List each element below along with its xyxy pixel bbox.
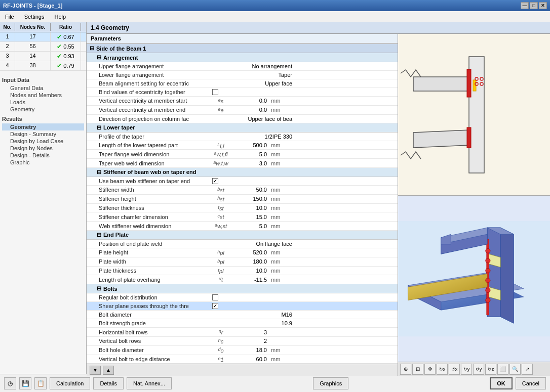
results-title: Results [2, 116, 84, 122]
row4-nodes: 38 [15, 61, 51, 70]
row1-nodes: 17 [15, 32, 51, 41]
nav-tree: Input Data General Data Nodes and Member… [0, 71, 86, 374]
section-label: Lower taper [103, 124, 135, 130]
row1-ratio: ✔ 0.67 [51, 32, 81, 41]
param-taper-web-weld: Taper web weld dimension aw,t,w 3.0 mm [87, 159, 398, 168]
table-row[interactable]: 2 56 ✔ 0.55 [0, 42, 86, 52]
param-bolt-grade: Bolt strength grade 10.9 [87, 319, 398, 328]
graphics-button[interactable]: Graphics [313, 377, 348, 389]
nav-design-summary[interactable]: Design - Summary [2, 130, 84, 138]
param-profile-taper: Profile of the taper 1/2IPE 330 [87, 133, 398, 141]
section-label: Side of the Beam 1 [96, 46, 146, 52]
table-row[interactable]: 4 38 ✔ 0.79 [0, 61, 86, 71]
toolbar-pan-icon[interactable]: ✥ [424, 364, 436, 375]
toolbar-rotate-x-icon[interactable]: ↻x [437, 364, 448, 375]
toolbar-export-icon[interactable]: ↗ [522, 364, 533, 375]
toolbar-view-icon[interactable]: ⬜ [497, 364, 508, 375]
icon-btn-3[interactable]: 📋 [34, 377, 47, 389]
collapse-icon: ⊟ [97, 285, 101, 292]
nav-prev-button[interactable]: ▼ [90, 366, 101, 375]
icon-btn-1[interactable]: ◷ [4, 377, 16, 389]
right-panel: 1.4 Geometry Parameters ⊟ Side of the Be… [87, 22, 550, 374]
svg-point-22 [486, 248, 490, 253]
param-vert-ecc-end: Vertical eccentricity at member end ee 0… [87, 106, 398, 115]
checkbox-shear-plane[interactable]: ✔ [212, 303, 218, 309]
bottom-bar: ◷ 💾 📋 Calculation Details Nat. Annex... … [0, 374, 550, 392]
toolbar-fit-icon[interactable]: ⊡ [412, 364, 423, 375]
params-label: Parameters [87, 34, 398, 43]
section-stiffener[interactable]: ⊟ Stiffener of beam web on taper end [87, 168, 398, 177]
param-bolt-diameter: Bolt diameter M16 [87, 311, 398, 319]
graphics-2d-view [398, 34, 550, 196]
collapse-icon: ⊟ [97, 169, 101, 176]
row2-nodes: 56 [15, 42, 51, 51]
toolbar-rotate-y-icon[interactable]: ↻y [461, 364, 472, 375]
nav-general-data[interactable]: General Data [2, 84, 84, 92]
col-nodes: Nodes No. [15, 23, 51, 31]
params-panel: Parameters ⊟ Side of the Beam 1 ⊟ Arrang… [87, 34, 398, 376]
collapse-icon: ⊟ [90, 45, 94, 52]
calculation-button[interactable]: Calculation [50, 377, 90, 389]
maximize-button[interactable]: □ [530, 2, 538, 9]
svg-rect-3 [467, 69, 471, 97]
toolbar-rotate-neg-y-icon[interactable]: ↺y [473, 364, 484, 375]
section-label: Stiffener of beam web on taper end [103, 169, 196, 175]
param-stiff-chamfer: Stiffener chamfer dimension cst 15.0 mm [87, 212, 398, 222]
nav-loads[interactable]: Loads [2, 99, 84, 106]
checkbox-use-stiffener[interactable]: ✔ [212, 178, 218, 184]
param-stiff-width: Stiffener width bst 50.0 mm [87, 186, 398, 195]
nav-geometry-input[interactable]: Geometry [2, 106, 84, 113]
menu-file[interactable]: File [2, 13, 17, 21]
table-row[interactable]: 1 17 ✔ 0.67 [0, 32, 86, 42]
svg-point-25 [486, 278, 490, 283]
param-bind-eccentricity: Bind values of eccentricity together [87, 88, 398, 97]
param-bolt-hole-dia: Bolt hole diameter do 18.0 mm [87, 346, 398, 355]
toolbar-rotate-neg-x-icon[interactable]: ↺x [449, 364, 460, 375]
param-plate-height: Plate height hpl 520.0 mm [87, 248, 398, 257]
param-upper-flange: Upper flange arrangement No arrangement [87, 62, 398, 71]
param-stiff-height: Stiffener height hst 150.0 mm [87, 195, 398, 204]
icon-btn-2[interactable]: 💾 [19, 377, 31, 389]
collapse-icon: ⊟ [97, 124, 101, 131]
param-vert-bolt-rows: Vertical bolt rows nc 2 [87, 337, 398, 346]
cancel-button[interactable]: Cancel [516, 377, 546, 389]
toolbar-rotate-z-icon[interactable]: ↻z [485, 364, 496, 375]
svg-rect-6 [467, 127, 471, 148]
menu-settings[interactable]: Settings [21, 13, 48, 21]
table-header: No. Nodes No. Ratio [0, 22, 86, 32]
nav-next-button[interactable]: ▲ [103, 366, 114, 375]
section-side-beam1[interactable]: ⊟ Side of the Beam 1 [87, 43, 398, 53]
col-ratio: Ratio [51, 23, 81, 31]
nat-annex-button[interactable]: Nat. Annex... [127, 377, 172, 389]
section-label: Arrangement [103, 55, 138, 61]
close-button[interactable]: ✕ [539, 2, 547, 9]
menu-help[interactable]: Help [51, 13, 69, 21]
checkbox-bind-eccentricity[interactable] [212, 89, 218, 95]
nav-geometry-results[interactable]: Geometry [2, 123, 84, 130]
table-row[interactable]: 3 14 ✔ 0.93 [0, 52, 86, 61]
collapse-icon: ⊟ [97, 232, 101, 238]
checkbox-regular-bolt[interactable] [212, 294, 218, 300]
section-end-plate[interactable]: ⊟ End Plate [87, 231, 398, 240]
nav-design-details[interactable]: Design - Details [2, 152, 84, 159]
row3-nodes: 14 [15, 52, 51, 61]
minimize-button[interactable]: — [521, 2, 529, 9]
toolbar-magnify-icon[interactable]: 🔍 [509, 364, 521, 375]
nav-graphic[interactable]: Graphic [2, 159, 84, 166]
row1-no: 1 [0, 32, 15, 41]
section-lower-taper[interactable]: ⊟ Lower taper [87, 123, 398, 133]
section-bolts[interactable]: ⊟ Bolts [87, 284, 398, 293]
nav-design-load-case[interactable]: Design by Load Case [2, 138, 84, 145]
window-controls: — □ ✕ [521, 2, 547, 9]
section-arrangement[interactable]: ⊟ Arrangement [87, 53, 398, 62]
svg-point-23 [486, 258, 490, 263]
details-button[interactable]: Details [93, 377, 124, 389]
params-table[interactable]: ⊟ Side of the Beam 1 ⊟ Arrangement Upper… [87, 43, 398, 364]
nav-nodes-members[interactable]: Nodes and Members [2, 92, 84, 99]
toolbar-zoom-icon[interactable]: ⊕ [400, 364, 411, 375]
param-plate-overhang: Length of plate overhang dt -11.5 mm [87, 275, 398, 284]
row4-no: 4 [0, 61, 15, 70]
nav-design-nodes[interactable]: Design by Nodes [2, 145, 84, 152]
graphics-toolbar: ⊕ ⊡ ✥ ↻x ↺x ↻y ↺y ↻z ⬜ 🔍 ↗ [398, 362, 550, 376]
ok-button[interactable]: OK [490, 377, 513, 389]
